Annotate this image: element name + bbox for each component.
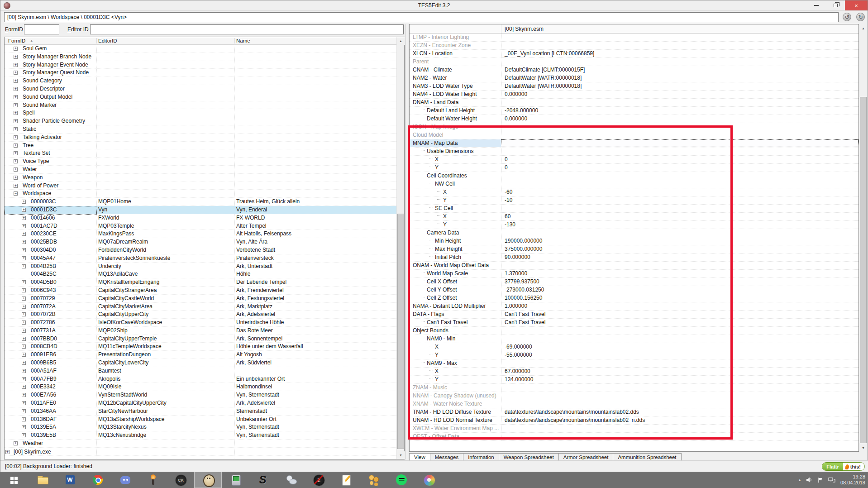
record-field-row[interactable]: NAM3 - LOD Water TypeDefaultWater [WATR:…	[410, 82, 858, 91]
expand-icon[interactable]: +	[22, 393, 26, 397]
field-value[interactable]	[501, 180, 858, 188]
tree-row[interactable]: +0007BBD0CapitalCityUpperTempleArk, Sonn…	[5, 335, 396, 343]
record-field-row[interactable]: ICON - Map Image	[410, 123, 858, 131]
taskbar-clock[interactable]: 19:28 08.04.2018	[840, 474, 865, 486]
record-field-row[interactable]: NAMA - Distant LOD Multiplier1.000000	[410, 302, 858, 311]
expand-icon[interactable]: +	[5, 450, 10, 454]
column-header-name[interactable]: Name	[236, 38, 250, 43]
taskbar-icon-paint-palette[interactable]	[415, 472, 443, 488]
field-value[interactable]: 90.000000	[501, 254, 858, 261]
field-value[interactable]	[501, 172, 858, 180]
tree-row[interactable]: +00072786IsleOfKorCaveWorldspaceUnterird…	[5, 319, 396, 327]
navigate-forward-button[interactable]: ↻	[856, 13, 865, 21]
record-field-row[interactable]: XNAM - Water Noise Texture	[410, 400, 858, 408]
record-field-row[interactable]: TNAM - HD LOD Diffuse Texturedata\textur…	[410, 408, 858, 416]
expand-icon[interactable]: +	[22, 337, 26, 341]
field-value[interactable]: data\textures\landscape\mountains\mounta…	[501, 416, 858, 424]
tree-row[interactable]: +0007072BCapitalCityUpperCityArk, Adelsv…	[5, 311, 396, 319]
tree-node[interactable]: +Word of Power	[5, 182, 396, 190]
expand-icon[interactable]: +	[14, 79, 18, 83]
expand-icon[interactable]: +	[14, 111, 18, 115]
expand-icon[interactable]: +	[14, 167, 18, 172]
tree-node[interactable]: +[00] Skyrim.exe	[5, 448, 396, 456]
field-value[interactable]	[501, 131, 858, 139]
tree-node[interactable]: +Talking Activator	[5, 134, 396, 142]
taskbar-icon-s-logo[interactable]	[249, 472, 277, 488]
field-value[interactable]: 0.000000	[501, 115, 858, 123]
taskbar-icon-discord[interactable]	[111, 472, 139, 488]
record-field-row[interactable]: Usable Dimensions	[410, 148, 858, 156]
tree-row[interactable]: +0004D5B0MQKristalltempelEingangDer Lebe…	[5, 278, 396, 287]
expand-icon[interactable]: +	[14, 135, 18, 139]
record-field-row[interactable]: XLCN - Location_00E_VynLocation [LCTN:00…	[410, 50, 858, 58]
expand-icon[interactable]: +	[22, 248, 26, 252]
tree-row[interactable]: +00025BDBMQ07aDreamRealmVyn, Alte Ära	[5, 238, 396, 246]
tree-node[interactable]: +Soul Gem	[5, 45, 396, 53]
field-value[interactable]: 100000.156250	[501, 294, 858, 302]
field-value[interactable]	[501, 400, 858, 408]
field-value[interactable]	[501, 392, 858, 400]
expand-icon[interactable]: +	[14, 55, 18, 59]
field-value[interactable]	[501, 425, 858, 432]
field-value[interactable]: 1.370000	[501, 270, 858, 277]
expand-icon[interactable]: +	[22, 344, 26, 349]
record-path-display[interactable]: [00] Skyrim.esm \ Worldspace \ 00001D3C …	[4, 12, 839, 22]
tree-row[interactable]: +0000003CMQP01HomeTrautes Heim, Glück al…	[5, 198, 396, 206]
tree-node[interactable]: +Sound Category	[5, 77, 396, 85]
network-icon[interactable]	[828, 477, 835, 483]
expand-icon[interactable]: +	[14, 176, 18, 180]
record-field-row[interactable]: NAM0 - Min	[410, 335, 858, 343]
record-field-row[interactable]: X-69.000000	[410, 343, 858, 351]
tree-row[interactable]: +0001AC7DMQP03TempleAlter Tempel	[5, 222, 396, 230]
record-field-row[interactable]: Cloud Model	[410, 131, 858, 139]
field-value[interactable]	[501, 148, 858, 155]
hidden-icons-chevron[interactable]: ▲	[798, 478, 801, 482]
field-value[interactable]: DefaultClimate [CLMT:0000015F]	[501, 66, 858, 74]
record-field-row[interactable]: Cell X Offset37799.937500	[410, 278, 858, 286]
taskbar-icon-spotify[interactable]	[387, 472, 415, 488]
minimize-button[interactable]	[807, 0, 826, 10]
record-field-row[interactable]: DNAM - Land Data	[410, 99, 858, 107]
expand-icon[interactable]: +	[22, 329, 26, 333]
tree-scrollbar[interactable]: ▲ ▼	[396, 37, 404, 459]
tree-row[interactable]: +000E7A56VynSternStadtWorldVyn, Sternens…	[5, 391, 396, 399]
field-value[interactable]: Can't Fast Travel	[501, 311, 858, 318]
record-field-row[interactable]: Initial Pitch90.000000	[410, 254, 858, 262]
field-value[interactable]	[501, 384, 858, 392]
field-value[interactable]	[501, 99, 858, 106]
record-field-row[interactable]: CNAM - ClimateDefaultClimate [CLMT:00000…	[410, 66, 858, 74]
expand-icon[interactable]: +	[22, 321, 26, 325]
expand-icon[interactable]: +	[22, 297, 26, 301]
tree-node[interactable]: +Voice Type	[5, 158, 396, 166]
record-field-row[interactable]: NNAM - Canopy Shadow (unused)	[410, 392, 858, 400]
expand-icon[interactable]: +	[22, 264, 26, 268]
field-value[interactable]: -10	[501, 196, 858, 204]
tree-row[interactable]: +00139E5AMQ13StarcityNexusVyn, Sternenst…	[5, 423, 396, 431]
expand-icon[interactable]: +	[22, 353, 26, 357]
taskbar-icon-enderal[interactable]	[139, 472, 167, 488]
record-field-row[interactable]: World Map Scale1.370000	[410, 270, 858, 278]
record-field-row[interactable]: OFST - Offset Data	[410, 433, 858, 441]
expand-icon[interactable]: +	[14, 127, 18, 131]
expand-icon[interactable]: +	[14, 184, 18, 188]
expand-icon[interactable]: +	[14, 119, 18, 123]
tree-node[interactable]: +Sound Output Model	[5, 93, 396, 101]
tree-row[interactable]: +0007731AMQP02ShipDas Rote Meer	[5, 327, 396, 335]
expand-icon[interactable]: +	[22, 425, 26, 429]
tree-row[interactable]: +001346AAStarCityNewHarbourSternenstadt	[5, 407, 396, 416]
tree-node[interactable]: +Story Manager Quest Node	[5, 69, 396, 77]
flattr-button[interactable]: Flattr this!	[822, 462, 865, 471]
field-value[interactable]: DefaultWater [WATR:00000018]	[501, 82, 858, 90]
record-view-scrollbar[interactable]: ▲ ▼	[859, 24, 867, 452]
expand-icon[interactable]: +	[14, 71, 18, 75]
scroll-up-arrow[interactable]: ▲	[859, 24, 867, 32]
plugin-column-header[interactable]: [00] Skyrim.esm	[501, 24, 858, 33]
record-field-row[interactable]: XEZN - Encounter Zone	[410, 42, 858, 50]
tree-node[interactable]: +Texture Set	[5, 149, 396, 158]
scroll-down-arrow[interactable]: ▼	[397, 451, 405, 459]
field-value[interactable]	[501, 433, 858, 440]
tree-node[interactable]: −Worldspace	[5, 190, 396, 198]
record-field-row[interactable]: Y-130	[410, 221, 858, 229]
expand-icon[interactable]: +	[14, 151, 18, 155]
taskbar-icon-windows-start[interactable]	[1, 472, 29, 488]
